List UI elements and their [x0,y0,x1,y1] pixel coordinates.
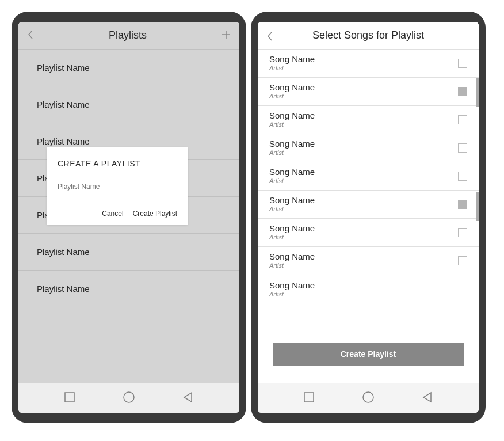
song-artist: Artist [269,149,315,157]
screen-songs: Select Songs for Playlist Song Name Arti… [258,22,479,413]
song-row[interactable]: Song Name Artist [258,134,479,162]
song-checkbox[interactable] [458,59,467,68]
screen-playlists: Playlists Playlist Name Playlist Name Pl… [18,22,239,413]
page-title: Playlists [109,29,147,41]
song-artist: Artist [269,291,315,298]
song-name: Song Name [269,280,315,291]
song-artist: Artist [269,64,315,72]
song-checkbox[interactable] [458,256,467,265]
songs-list[interactable]: Song Name Artist Song Name Artist Song N… [258,50,479,325]
song-name: Song Name [269,54,315,64]
back-icon[interactable] [26,29,35,43]
create-area: Create Playlist [258,325,479,383]
recent-apps-icon[interactable] [303,391,315,406]
song-info: Song Name Artist [269,223,315,241]
song-checkbox[interactable] [458,115,467,124]
song-row[interactable]: Song Name Artist [258,50,479,78]
song-row[interactable]: Song Name Artist [258,191,479,219]
back-nav-icon[interactable] [182,391,194,406]
add-icon[interactable] [221,29,231,42]
song-name: Song Name [269,195,315,206]
android-nav-bar [18,383,239,413]
svg-rect-5 [304,393,314,402]
song-checkbox[interactable] [458,228,467,237]
song-checkbox[interactable] [458,200,467,209]
song-row[interactable]: Song Name Artist [258,162,479,191]
phone-frame-songs: Select Songs for Playlist Song Name Arti… [251,12,486,423]
svg-point-3 [124,392,134,402]
song-info: Song Name Artist [269,82,315,100]
song-info: Song Name Artist [269,252,315,269]
song-info: Song Name Artist [269,167,315,185]
song-row[interactable]: Song Name Artist [258,78,479,106]
svg-marker-4 [184,393,192,402]
song-name: Song Name [269,139,315,149]
svg-point-6 [363,392,373,402]
song-artist: Artist [269,206,315,213]
cancel-button[interactable]: Cancel [102,210,123,218]
song-checkbox[interactable] [458,87,467,96]
song-checkbox[interactable] [458,172,467,181]
modal-overlay: CREATE A PLAYLIST Cancel Create Playlist [18,50,239,383]
song-artist: Artist [269,177,315,185]
song-checkbox[interactable] [458,143,467,153]
svg-marker-7 [423,393,431,402]
home-icon[interactable] [361,390,375,406]
song-row[interactable]: Song Name Artist [258,219,479,247]
modal-title: CREATE A PLAYLIST [58,159,177,168]
back-nav-icon[interactable] [421,391,434,406]
song-name: Song Name [269,82,315,93]
playlist-name-input[interactable] [58,181,177,193]
recent-apps-icon[interactable] [63,391,76,406]
create-playlist-modal: CREATE A PLAYLIST Cancel Create Playlist [47,147,188,225]
song-info: Song Name Artist [269,280,315,298]
song-info: Song Name Artist [269,195,315,213]
android-nav-bar [258,383,479,413]
top-bar: Select Songs for Playlist [258,22,479,50]
svg-rect-2 [65,393,74,402]
song-artist: Artist [269,234,315,241]
song-artist: Artist [269,121,315,128]
song-row[interactable]: Song Name Artist [258,247,479,275]
song-row[interactable]: Song Name Artist [258,275,479,303]
song-row[interactable]: Song Name Artist [258,106,479,134]
create-playlist-button[interactable]: Create Playlist [273,343,464,366]
phone-frame-playlists: Playlists Playlist Name Playlist Name Pl… [12,12,246,423]
song-name: Song Name [269,111,315,121]
home-icon[interactable] [122,390,136,406]
song-info: Song Name Artist [269,111,315,128]
song-info: Song Name Artist [269,139,315,157]
scrollbar-thumb[interactable] [476,78,479,107]
page-title: Select Songs for Playlist [312,29,424,41]
scrollbar-thumb[interactable] [476,192,479,221]
modal-actions: Cancel Create Playlist [58,210,177,218]
song-artist: Artist [269,93,315,100]
song-name: Song Name [269,167,315,177]
playlist-list: Playlist Name Playlist Name Playlist Nam… [18,50,239,383]
song-name: Song Name [269,252,315,262]
song-info: Song Name Artist [269,54,315,72]
song-name: Song Name [269,223,315,234]
top-bar: Playlists [18,22,239,50]
song-artist: Artist [269,262,315,269]
create-playlist-button[interactable]: Create Playlist [133,210,177,218]
back-icon[interactable] [266,31,276,41]
